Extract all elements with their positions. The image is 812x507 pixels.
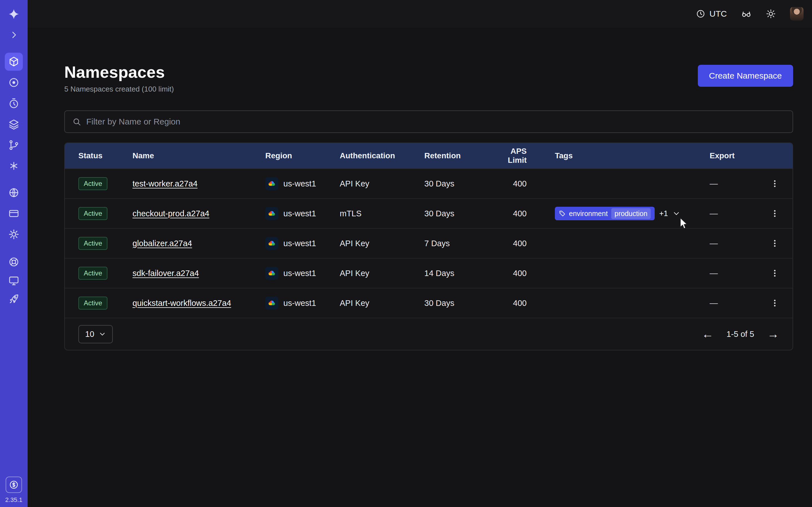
- col-authentication: Authentication: [340, 151, 424, 160]
- app-version: 2.35.1: [5, 496, 22, 507]
- namespaces-table: Status Name Region Authentication Retent…: [64, 143, 793, 350]
- chevron-right-icon[interactable]: [5, 26, 23, 44]
- timezone-selector[interactable]: UTC: [696, 9, 727, 18]
- page-size-value: 10: [85, 330, 94, 339]
- monitor-icon[interactable]: [5, 272, 23, 290]
- auth-label: API Key: [340, 179, 424, 188]
- page-title: Namespaces: [64, 62, 174, 81]
- tag-pill[interactable]: environment production: [555, 207, 655, 220]
- status-badge: Active: [79, 297, 107, 309]
- tag-key: environment: [569, 210, 608, 218]
- timezone-label: UTC: [709, 9, 727, 18]
- gcp-cloud-icon: [265, 237, 278, 250]
- page-size-select[interactable]: 10: [79, 325, 113, 343]
- card-icon[interactable]: [5, 205, 23, 223]
- main-content: Namespaces 5 Namespaces created (100 lim…: [28, 62, 812, 350]
- sidebar-item-namespaces cube-icon[interactable]: [5, 53, 23, 71]
- aps-limit-value: 400: [491, 209, 555, 218]
- table-row: Active test-worker.a27a4 us-west1 API Ke…: [65, 168, 793, 198]
- export-value: —: [710, 298, 768, 308]
- table-row: Active quickstart-workflows.a27a4 us-wes…: [65, 288, 793, 318]
- rocket-icon[interactable]: [5, 290, 23, 308]
- table-row: Active globalizer.a27a4 us-west1 API Key…: [65, 228, 793, 258]
- col-export: Export: [710, 151, 768, 160]
- col-aps-limit: APS Limit: [491, 147, 555, 165]
- aps-limit-value: 400: [491, 179, 555, 188]
- aps-limit-value: 400: [491, 239, 555, 248]
- prev-page-button[interactable]: ←: [702, 328, 714, 340]
- auth-label: API Key: [340, 239, 424, 248]
- namespace-link[interactable]: test-worker.a27a4: [133, 179, 198, 188]
- temporal-logo-icon[interactable]: [5, 5, 23, 23]
- namespace-link[interactable]: checkout-prod.a27a4: [133, 209, 209, 218]
- auth-label: mTLS: [340, 209, 424, 218]
- row-menu-button[interactable]: [768, 207, 781, 220]
- region-label: us-west1: [283, 298, 316, 308]
- aps-limit-value: 400: [491, 269, 555, 278]
- retention-label: 30 Days: [424, 298, 491, 308]
- user-avatar[interactable]: [790, 7, 804, 20]
- namespace-link[interactable]: globalizer.a27a4: [133, 239, 192, 248]
- create-namespace-button[interactable]: Create Namespace: [698, 65, 793, 87]
- region-label: us-west1: [283, 179, 316, 188]
- target-icon[interactable]: [5, 73, 23, 92]
- export-value: —: [710, 179, 768, 188]
- region-label: us-west1: [283, 239, 316, 248]
- auth-label: API Key: [340, 298, 424, 308]
- asterisk-icon[interactable]: [5, 157, 23, 175]
- kebab-icon: [770, 269, 779, 278]
- chevron-down-icon[interactable]: [672, 210, 680, 217]
- aps-limit-value: 400: [491, 298, 555, 308]
- col-region: Region: [265, 151, 340, 160]
- retention-label: 14 Days: [424, 269, 491, 278]
- next-page-button[interactable]: →: [767, 328, 779, 340]
- gcp-cloud-icon: [265, 177, 278, 190]
- table-footer: 10 ← 1-5 of 5 →: [65, 318, 793, 350]
- filter-bar: [64, 110, 793, 133]
- glasses-icon[interactable]: [741, 8, 752, 19]
- namespace-link[interactable]: sdk-failover.a27a4: [133, 269, 199, 278]
- chevron-down-icon: [99, 330, 106, 338]
- col-status: Status: [79, 151, 133, 160]
- col-tags: Tags: [555, 151, 710, 160]
- gcp-cloud-icon: [265, 297, 278, 309]
- layers-icon[interactable]: [5, 115, 23, 133]
- export-value: —: [710, 209, 768, 218]
- retention-label: 7 Days: [424, 239, 491, 248]
- timer-icon[interactable]: [5, 94, 23, 112]
- topbar: UTC: [28, 0, 812, 27]
- sun-icon[interactable]: [766, 9, 776, 19]
- namespace-count: 5 Namespaces created (100 limit): [64, 85, 174, 94]
- kebab-icon: [770, 298, 779, 307]
- gcp-cloud-icon: [265, 267, 278, 280]
- retention-label: 30 Days: [424, 209, 491, 218]
- region-label: us-west1: [283, 269, 316, 278]
- billing-icon[interactable]: [6, 476, 22, 493]
- region-label: us-west1: [283, 209, 316, 218]
- row-menu-button[interactable]: [768, 237, 781, 250]
- namespace-link[interactable]: quickstart-workflows.a27a4: [133, 298, 231, 307]
- row-menu-button[interactable]: [768, 296, 781, 310]
- tag-overflow-count[interactable]: +1: [659, 209, 668, 218]
- tags-group: environment production +1: [555, 207, 710, 220]
- kebab-icon: [770, 179, 779, 188]
- row-menu-button[interactable]: [768, 267, 781, 280]
- status-badge: Active: [79, 267, 107, 280]
- status-badge: Active: [79, 237, 107, 250]
- table-header: Status Name Region Authentication Retent…: [65, 143, 793, 168]
- kebab-icon: [770, 239, 779, 248]
- globe-icon[interactable]: [5, 184, 23, 202]
- status-badge: Active: [79, 177, 107, 190]
- pagination-range: 1-5 of 5: [726, 330, 754, 339]
- table-body: Active test-worker.a27a4 us-west1 API Ke…: [65, 168, 793, 318]
- export-value: —: [710, 239, 768, 248]
- filter-input[interactable]: [86, 117, 785, 126]
- search-icon: [72, 117, 81, 126]
- row-menu-button[interactable]: [768, 177, 781, 190]
- export-value: —: [710, 269, 768, 278]
- branch-icon[interactable]: [5, 136, 23, 154]
- table-row: Active checkout-prod.a27a4 us-west1 mTLS…: [65, 198, 793, 228]
- lifebuoy-icon[interactable]: [5, 253, 23, 271]
- status-badge: Active: [79, 207, 107, 220]
- gear-icon[interactable]: [5, 225, 23, 243]
